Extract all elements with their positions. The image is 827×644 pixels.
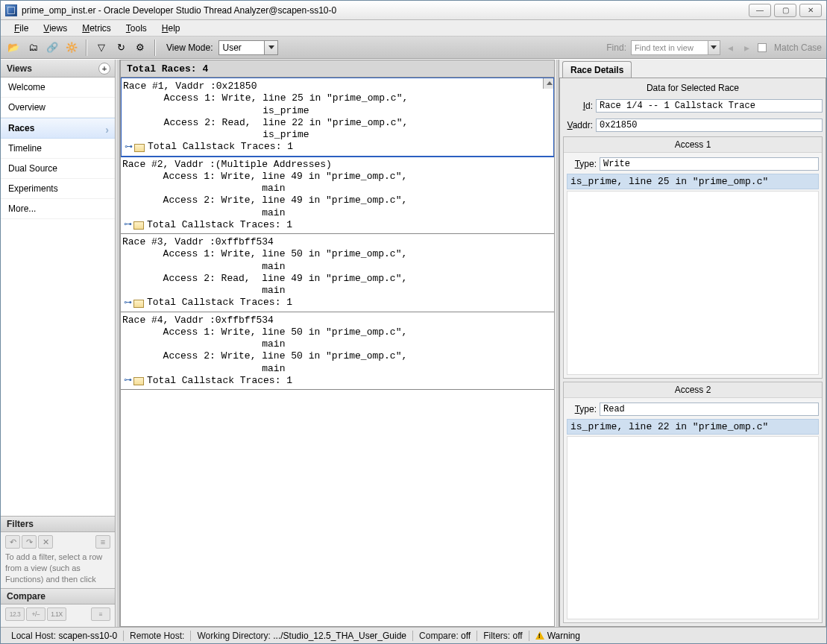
access2-panel: Access 2 Type: is_prime, line 22 in "pri… <box>563 382 823 624</box>
minimize-button[interactable]: — <box>749 4 771 17</box>
export-icon[interactable]: 🔆 <box>63 40 80 56</box>
sidebar-item-dual-source[interactable]: Dual Source <box>1 159 115 179</box>
find-placeholder: Find text in view <box>635 43 694 52</box>
open-experiment-icon[interactable]: 📂 <box>5 40 22 56</box>
sidebar-item-label: Timeline <box>8 143 42 154</box>
sidebar-item-more[interactable]: More... <box>1 199 115 219</box>
sidebar-item-timeline[interactable]: Timeline <box>1 139 115 159</box>
add-view-button[interactable]: + <box>98 63 110 75</box>
expand-icon[interactable]: ⊶ <box>124 298 132 309</box>
local-host-value: scapen-ss10-0 <box>58 631 117 641</box>
expand-icon[interactable]: ⊶ <box>125 142 133 153</box>
access2-title: Access 2 <box>564 382 822 398</box>
sidebar-item-welcome[interactable]: Welcome <box>1 78 115 98</box>
race-text: Access 2: Write, line 49 in "prime_omp.c… <box>122 195 553 206</box>
compare-mode-a[interactable]: 12.3 <box>5 607 25 621</box>
menu-help[interactable]: Help <box>156 22 186 35</box>
expand-icon[interactable]: ⊶ <box>124 220 132 230</box>
sidebar-item-races[interactable]: Races› <box>1 118 115 139</box>
filters-value: off <box>513 631 523 641</box>
access1-stack[interactable]: is_prime, line 25 in "prime_omp.c" <box>567 174 819 189</box>
menu-file[interactable]: File <box>8 22 34 35</box>
expand-icon[interactable]: ⊶ <box>124 376 132 386</box>
warning-label[interactable]: Warning <box>547 631 580 641</box>
compare-icon[interactable]: 🗂 <box>25 40 41 56</box>
id-field[interactable] <box>596 99 823 113</box>
menu-tools[interactable]: Tools <box>120 22 153 35</box>
find-prev-icon[interactable]: ◂ <box>725 42 737 54</box>
race-text: main <box>122 363 553 375</box>
callstack-traces-row[interactable]: ⊶Total Callstack Traces: 1 <box>122 375 553 387</box>
race-item[interactable]: Race #2, Vaddr :(Multiple Addresses) Acc… <box>121 157 554 235</box>
races-view: Total Races: 4 Race #1, Vaddr :0x21850 A… <box>120 60 555 627</box>
race-text: is_prime <box>123 129 552 141</box>
sidebar-item-label: Races <box>8 123 34 133</box>
maximize-button[interactable]: ▢ <box>774 4 796 17</box>
filter-icon[interactable]: ▽ <box>93 40 110 56</box>
chevron-down-icon <box>708 41 720 54</box>
viewmode-select[interactable]: User <box>218 40 278 55</box>
viewmode-value: User <box>222 42 241 53</box>
tab-race-details[interactable]: Race Details <box>562 61 632 78</box>
vaddr-label: Vaddr: <box>563 120 593 130</box>
callstack-traces-row[interactable]: ⊶Total Callstack Traces: 1 <box>122 297 553 309</box>
toolbar: 📂 🗂 🔗 🔆 ▽ ↻ ⚙ View Mode: User Find: Find… <box>1 37 826 59</box>
compare-value: off <box>461 631 471 641</box>
race-item[interactable]: Race #3, Vaddr :0xffbff534 Access 1: Wri… <box>121 234 554 312</box>
menu-views[interactable]: Views <box>37 22 73 35</box>
menu-bar: File Views Metrics Tools Help <box>1 20 826 37</box>
menu-icon[interactable]: ≡ <box>95 535 110 549</box>
sidebar-item-label: Welcome <box>8 82 45 92</box>
access2-stack[interactable]: is_prime, line 22 in "prime_omp.c" <box>567 419 819 435</box>
chevron-right-icon: › <box>105 124 109 136</box>
compare-panel: 12.3 +/− 1.1X ≡ <box>1 604 115 627</box>
race-text: Access 1: Write, line 50 in "prime_omp.c… <box>122 248 553 260</box>
folder-icon <box>134 144 145 152</box>
sidebar-item-label: Overview <box>8 102 45 113</box>
callstack-traces-label: Total Callstack Traces: 1 <box>147 375 292 387</box>
sidebar-item-label: Experiments <box>8 183 58 194</box>
redo-icon[interactable]: ↷ <box>22 535 37 549</box>
access2-stack-area <box>567 436 819 620</box>
title-bar: prime_omp_inst.er - Oracle Developer Stu… <box>1 1 826 20</box>
race-item[interactable]: Race #4, Vaddr :0xffbff534 Access 1: Wri… <box>121 312 554 391</box>
working-dir-value: .../Studio_12.5_THA_User_Guide <box>273 631 406 641</box>
compare-mode-b[interactable]: +/− <box>26 607 45 621</box>
race-text: Access 2: Read, line 49 in "prime_omp.c"… <box>122 273 553 285</box>
refresh-icon[interactable]: ↻ <box>113 40 129 56</box>
settings-icon[interactable]: ⚙ <box>132 40 148 56</box>
access2-type-field[interactable] <box>600 402 819 416</box>
race-text: Access 1: Write, line 49 in "prime_omp.c… <box>122 171 553 183</box>
race-item[interactable]: Race #1, Vaddr :0x21850 Access 1: Write,… <box>120 78 555 157</box>
sidebar-item-experiments[interactable]: Experiments <box>1 179 115 199</box>
compare-label: Compare: <box>419 631 459 641</box>
delete-icon[interactable]: ✕ <box>38 535 53 549</box>
race-details-panel: Race Details Data for Selected Race Id: … <box>559 60 826 627</box>
filters-panel: ↶ ↷ ✕ ≡ To add a filter, select a row fr… <box>1 532 115 588</box>
races-list[interactable]: Race #1, Vaddr :0x21850 Access 1: Write,… <box>120 78 555 627</box>
menu-metrics[interactable]: Metrics <box>76 22 117 35</box>
race-text: main <box>122 338 553 350</box>
match-case-checkbox[interactable] <box>758 42 770 53</box>
undo-icon[interactable]: ↶ <box>5 535 20 549</box>
close-button[interactable]: ✕ <box>799 4 822 17</box>
callstack-traces-row[interactable]: ⊶Total Callstack Traces: 1 <box>123 141 552 153</box>
race-text: Race #3, Vaddr :0xffbff534 <box>122 236 553 248</box>
compare-mode-c[interactable]: 1.1X <box>47 607 66 621</box>
vaddr-field[interactable] <box>596 119 823 132</box>
menu-icon[interactable]: ≡ <box>91 607 110 621</box>
sidebar-item-overview[interactable]: Overview <box>1 98 115 118</box>
race-text: is_prime <box>123 105 552 117</box>
access2-type-label: Type: <box>567 404 597 414</box>
race-text: main <box>122 183 553 195</box>
app-icon <box>5 4 17 16</box>
details-header: Data for Selected Race <box>563 81 823 95</box>
find-label: Find: <box>606 42 626 53</box>
viewmode-label: View Mode: <box>166 42 213 53</box>
find-input[interactable]: Find text in view <box>631 40 720 55</box>
status-bar: Local Host: scapen-ss10-0 Remote Host: W… <box>1 627 826 643</box>
callstack-traces-row[interactable]: ⊶Total Callstack Traces: 1 <box>122 219 553 231</box>
access1-type-field[interactable] <box>600 157 819 171</box>
find-next-icon[interactable]: ▸ <box>741 42 753 54</box>
link-icon[interactable]: 🔗 <box>44 40 60 56</box>
